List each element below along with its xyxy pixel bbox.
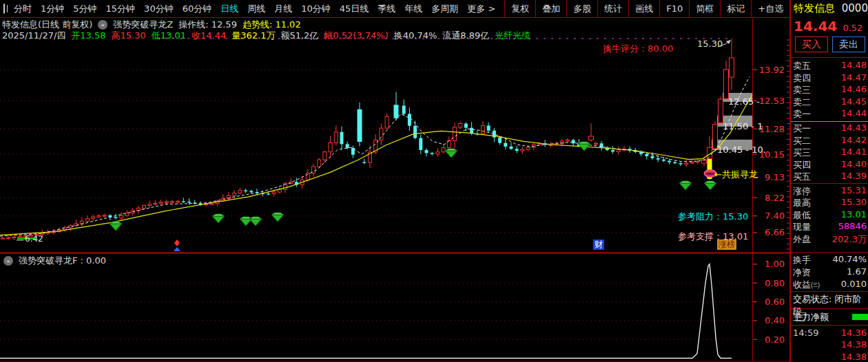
action-标记[interactable]: 标记	[720, 0, 751, 17]
action-简框[interactable]: 简框	[689, 0, 720, 17]
window-icon[interactable]	[3, 3, 5, 14]
bid-row-买二[interactable]: 买二14.42	[793, 135, 867, 147]
sub-indicator-label[interactable]: 强势突破寻龙F : 0.00	[19, 255, 106, 267]
svg-text:11.50 - 1: 11.50 - 1	[723, 121, 763, 131]
period-tab-多周期[interactable]: 多周期	[431, 3, 458, 15]
action-多股[interactable]: 多股	[566, 0, 597, 17]
bid-row-买五[interactable]: 买五14.39	[793, 171, 867, 182]
stat-换手: 换手40.74%	[793, 254, 867, 266]
action-复权[interactable]: 复权	[504, 0, 535, 17]
ask-row-卖三[interactable]: 卖三14.46	[793, 84, 867, 96]
stock-code: 000070	[842, 2, 868, 14]
stat-收益㈢: 收益㈢0.010	[793, 279, 867, 290]
finance-badge[interactable]: 财	[593, 239, 604, 250]
chevron-down-icon[interactable]: ⌄	[98, 20, 107, 30]
stat-涨停: 涨停15.31	[793, 185, 867, 197]
quote-field[interactable]: 低13.01	[152, 30, 186, 42]
action-F10[interactable]: F10	[659, 0, 689, 17]
tick-row: 14.38	[793, 339, 867, 351]
quote-field[interactable]: 换40.74%	[394, 30, 437, 42]
period-tabs: 分时1分钟5分钟15分钟30分钟60分钟日线周线月线10分钟45日线季线年线多周…	[14, 3, 504, 15]
bull-score-label: 擒牛评分：80.00	[603, 43, 673, 55]
quote-field[interactable]: 收14.44	[192, 30, 226, 42]
period-tab-季线[interactable]: 季线	[378, 3, 395, 15]
svg-text:13.92: 13.92	[759, 65, 785, 75]
period-tab-日线[interactable]: 日线	[220, 3, 238, 15]
buy-button[interactable]: 买入	[795, 36, 828, 52]
ask-row-卖五[interactable]: 卖五14.48	[793, 60, 867, 72]
action-统计[interactable]: 统计	[597, 0, 628, 17]
svg-text:0.40: 0.40	[765, 315, 785, 326]
ref-resistance-label: 参考阻力：15.30	[678, 211, 748, 223]
svg-text:8.22: 8.22	[765, 193, 785, 203]
svg-text:1.00: 1.00	[765, 259, 785, 269]
ask-row-卖二[interactable]: 卖二14.45	[793, 96, 867, 108]
quote-field[interactable]: 幅0.52(3.74%)	[324, 30, 388, 42]
main-flow-bar	[852, 314, 868, 320]
bid-row-买一[interactable]: 买一14.43	[793, 123, 867, 134]
last-price: 14.44	[794, 18, 837, 34]
svg-text:0.80: 0.80	[765, 278, 785, 288]
period-tab-45日线[interactable]: 45日线	[340, 3, 369, 15]
period-tab-周线[interactable]: 周线	[247, 3, 265, 15]
bid-row-买三[interactable]: 买三14.41	[793, 147, 867, 158]
period-tab-更多 >[interactable]: 更多 >	[467, 3, 495, 15]
period-tab-60分钟[interactable]: 60分钟	[183, 3, 212, 15]
stat-净资: 净资1.67	[793, 266, 867, 278]
top-toolbar: 分时1分钟5分钟15分钟30分钟60分钟日线周线月线10分钟45日线季线年线多周…	[0, 0, 789, 18]
period-tab-年线[interactable]: 年线	[404, 3, 422, 15]
stat-最高: 最高15.30	[793, 197, 867, 209]
panel-divider	[791, 291, 868, 292]
quote-field[interactable]: 开13.58	[71, 30, 105, 42]
svg-text:6.66: 6.66	[765, 227, 785, 237]
quote-bar: 2025/11/27/四 开13.58高15.30低13.01收14.44量36…	[2, 30, 530, 42]
svg-text:12.53: 12.53	[759, 96, 785, 106]
action-画线[interactable]: 画线	[628, 0, 659, 17]
ask-row-卖一[interactable]: 卖一14.44	[793, 108, 867, 120]
period-tab-30分钟[interactable]: 30分钟	[144, 3, 174, 15]
toolbar-actions: 复权叠加多股统计画线F10简框标记+自选返回	[504, 0, 820, 17]
ask-row-卖四[interactable]: 卖四14.47	[793, 72, 867, 84]
period-tab-分时[interactable]: 分时	[14, 3, 32, 15]
start-price-label: 6.42	[25, 234, 43, 244]
chevron-down-icon[interactable]: ⌄	[3, 256, 13, 266]
price-change: 0.52	[843, 23, 862, 33]
high-price-callout: 15.30	[697, 39, 723, 49]
trade-status: 交易状态: 闭市阶段	[793, 293, 867, 305]
quote-panel: 特发信息 000070 14.44 0.52 3.74% 买入 卖出 交易状态:…	[789, 0, 868, 362]
resonance-signal-label: ←共振寻龙	[714, 169, 758, 181]
svg-text:12.65 -: 12.65 -	[728, 96, 760, 107]
action-叠加[interactable]: 叠加	[535, 0, 566, 17]
bid-ask-divider	[791, 121, 868, 122]
period-tab-10分钟[interactable]: 10分钟	[301, 3, 331, 15]
stat-最低: 最低13.01	[793, 209, 867, 221]
panel-divider	[791, 252, 868, 253]
quote-date[interactable]: 2025/11/27/四	[2, 30, 65, 42]
quote-field[interactable]: 额51.2亿	[280, 30, 318, 42]
svg-text:0.20: 0.20	[765, 334, 785, 345]
stat-外盘: 外盘202.3万	[793, 233, 867, 245]
trading-terminal: { "icons":{"chevron_down":"⌄","window":"…	[0, 0, 868, 362]
panel-divider	[791, 57, 868, 58]
panel-divider	[791, 325, 868, 326]
sub-indicator-header: ⌄ 强势突破寻龙F : 0.00	[3, 255, 106, 267]
period-tab-1分钟[interactable]: 1分钟	[41, 3, 64, 15]
quote-field[interactable]: 高15.30	[112, 30, 146, 42]
tick-row: 14.38	[793, 352, 867, 362]
ref-support-label: 参考支撑：13.01	[678, 231, 748, 243]
rank-badge[interactable]: 涨榜	[717, 239, 736, 250]
sell-button[interactable]: 卖出	[832, 36, 865, 52]
quote-field[interactable]: 流通8.89亿	[442, 30, 489, 42]
quote-field[interactable]: 光纤光缆	[495, 30, 530, 42]
bid-row-买四[interactable]: 买四14.40	[793, 159, 867, 171]
action-+自选[interactable]: +自选	[751, 0, 789, 17]
period-tab-15分钟[interactable]: 15分钟	[106, 3, 136, 15]
stat-现量: 现量58846	[793, 221, 867, 233]
tick-row: 14:5914.36	[793, 328, 867, 339]
quote-field[interactable]: 量362.1万	[231, 30, 275, 42]
stock-name: 特发信息	[794, 2, 835, 14]
svg-text:9.13: 9.13	[765, 172, 785, 182]
svg-text:7.40: 7.40	[765, 211, 785, 221]
period-tab-月线[interactable]: 月线	[274, 3, 292, 15]
period-tab-5分钟[interactable]: 5分钟	[73, 3, 96, 15]
